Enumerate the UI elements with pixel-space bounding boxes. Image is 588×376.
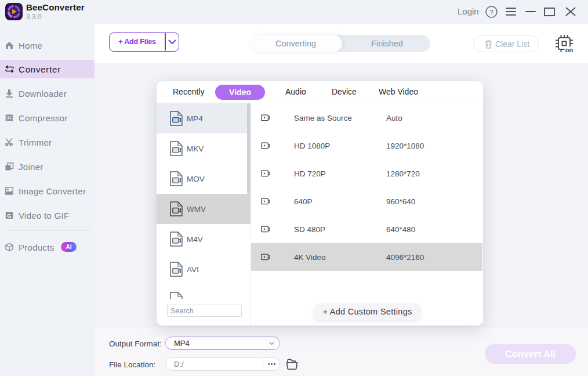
svg-text:on: on [565,46,574,53]
svg-text:G: G [7,212,11,219]
svg-text:?: ? [489,9,493,16]
